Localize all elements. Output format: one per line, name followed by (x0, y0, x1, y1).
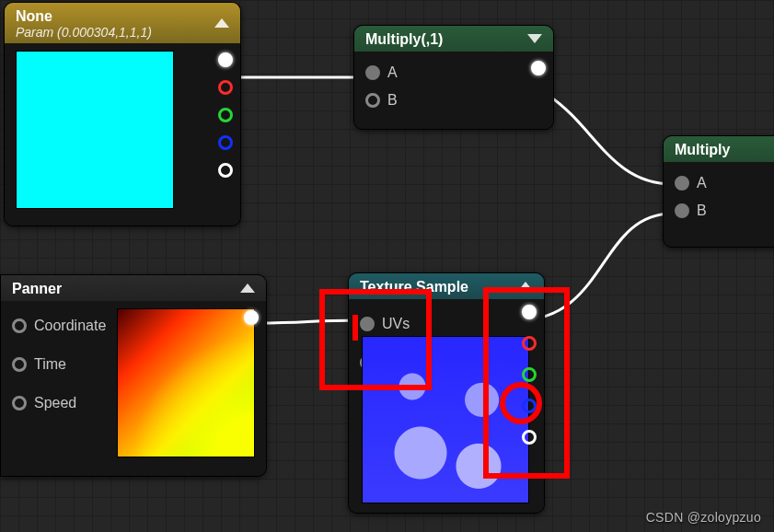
collapse-icon[interactable] (240, 283, 255, 293)
input-label-a: A (697, 175, 707, 191)
input-pin-speed[interactable] (12, 396, 27, 411)
input-label-speed: Speed (34, 395, 76, 411)
node-multiply1-title: Multiply(,1) (365, 31, 443, 47)
node-param-title: None (16, 8, 229, 25)
output-pin-green[interactable] (218, 108, 233, 122)
collapse-icon[interactable] (214, 18, 229, 28)
input-label-uvs: UVs (382, 316, 410, 332)
node-param-subtitle: Param (0.000304,1,1,1) (16, 25, 229, 40)
input-label-a: A (387, 64, 398, 81)
input-label-b: B (697, 202, 707, 219)
node-texsample-title: Texture Sample (360, 279, 468, 295)
output-pin-red[interactable] (218, 80, 233, 95)
output-pin-red[interactable] (522, 336, 537, 351)
input-label-coordinate: Coordinate (34, 318, 106, 334)
node-panner-title: Panner (12, 281, 62, 296)
output-pin-alpha[interactable] (218, 163, 233, 178)
node-texsample-header[interactable]: Texture Sample (349, 273, 544, 299)
texsample-preview-swatch (362, 336, 529, 503)
input-pin-uvs[interactable] (360, 317, 375, 331)
node-multiply1[interactable]: Multiply(,1) A B (353, 25, 554, 130)
node-param-header[interactable]: None Param (0.000304,1,1,1) (5, 3, 240, 43)
input-pin-coordinate[interactable] (12, 318, 27, 333)
output-pin-green[interactable] (522, 367, 537, 382)
output-pin-alpha[interactable] (522, 430, 537, 445)
node-multiply2-title: Multiply (675, 142, 730, 157)
param-preview-swatch (16, 51, 174, 209)
input-pin-a[interactable] (365, 65, 380, 80)
input-label-b: B (387, 92, 398, 109)
input-pin-b[interactable] (365, 93, 380, 108)
input-label-time: Time (34, 356, 66, 373)
output-pin-white[interactable] (531, 61, 546, 75)
output-pin-blue[interactable] (522, 399, 537, 413)
node-param[interactable]: None Param (0.000304,1,1,1) (4, 2, 241, 226)
output-pin-white[interactable] (244, 310, 259, 325)
input-pin-time[interactable] (12, 357, 27, 372)
watermark: CSDN @zoloypzuo (646, 510, 761, 525)
node-panner-header[interactable]: Panner (1, 275, 266, 301)
node-texture-sample[interactable]: Texture Sample UVs Tex (348, 272, 545, 514)
node-multiply2-header[interactable]: Multiply (664, 136, 774, 162)
input-pin-a[interactable] (675, 176, 689, 191)
output-pin-white[interactable] (218, 52, 233, 67)
collapse-icon[interactable] (518, 282, 533, 291)
output-pin-white[interactable] (522, 305, 537, 319)
panner-preview-swatch (117, 308, 255, 457)
node-multiply2[interactable]: Multiply A B (663, 135, 774, 248)
input-pin-b[interactable] (675, 203, 689, 218)
node-multiply1-header[interactable]: Multiply(,1) (354, 26, 553, 52)
collapse-icon[interactable] (527, 34, 542, 43)
node-panner[interactable]: Panner Coordinate Time Speed (0, 274, 267, 477)
output-pin-blue[interactable] (218, 135, 233, 150)
